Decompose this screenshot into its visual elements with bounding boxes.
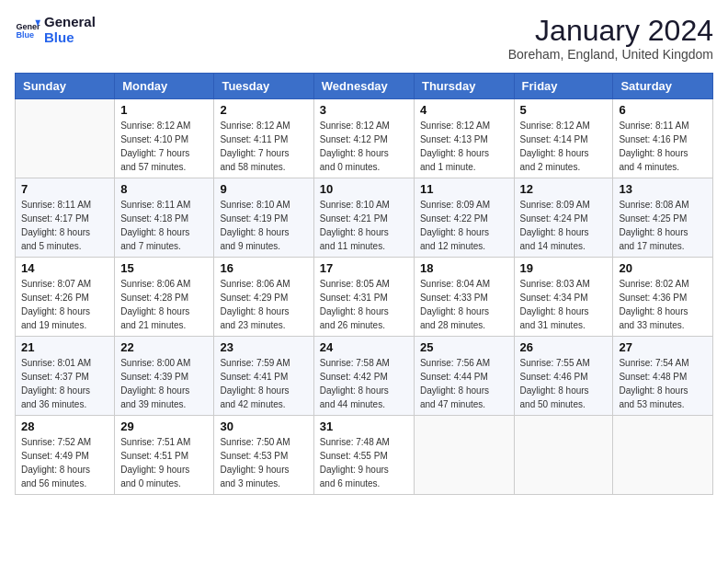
calendar-day-cell xyxy=(414,416,514,495)
day-info: Sunrise: 8:12 AM Sunset: 4:11 PM Dayligh… xyxy=(220,119,307,174)
day-info: Sunrise: 7:51 AM Sunset: 4:51 PM Dayligh… xyxy=(120,435,208,490)
calendar-day-header: Monday xyxy=(115,74,214,99)
day-number: 21 xyxy=(21,340,108,354)
calendar-week-row: 14Sunrise: 8:07 AM Sunset: 4:26 PM Dayli… xyxy=(16,258,713,337)
calendar-day-cell: 27Sunrise: 7:54 AM Sunset: 4:48 PM Dayli… xyxy=(613,337,713,416)
day-info: Sunrise: 8:06 AM Sunset: 4:28 PM Dayligh… xyxy=(120,277,208,332)
day-info: Sunrise: 8:08 AM Sunset: 4:25 PM Dayligh… xyxy=(619,198,707,253)
calendar-day-cell: 24Sunrise: 7:58 AM Sunset: 4:42 PM Dayli… xyxy=(313,337,414,416)
calendar-day-cell: 5Sunrise: 8:12 AM Sunset: 4:14 PM Daylig… xyxy=(514,99,613,178)
calendar-day-cell: 31Sunrise: 7:48 AM Sunset: 4:55 PM Dayli… xyxy=(313,416,414,495)
day-number: 11 xyxy=(420,182,508,196)
calendar-day-cell: 12Sunrise: 8:09 AM Sunset: 4:24 PM Dayli… xyxy=(514,178,613,258)
day-number: 14 xyxy=(21,261,108,275)
day-info: Sunrise: 7:48 AM Sunset: 4:55 PM Dayligh… xyxy=(320,435,408,490)
logo-text-general: General xyxy=(44,15,96,30)
day-number: 6 xyxy=(619,103,707,117)
logo-text-blue: Blue xyxy=(44,30,96,46)
calendar-day-cell: 11Sunrise: 8:09 AM Sunset: 4:22 PM Dayli… xyxy=(414,178,514,258)
day-number: 31 xyxy=(320,419,408,433)
calendar-day-header: Thursday xyxy=(414,74,514,99)
calendar-day-header: Sunday xyxy=(16,74,115,99)
day-number: 24 xyxy=(320,340,408,354)
day-info: Sunrise: 8:09 AM Sunset: 4:22 PM Dayligh… xyxy=(420,198,508,253)
day-number: 26 xyxy=(520,340,608,354)
day-number: 10 xyxy=(320,182,408,196)
day-number: 23 xyxy=(220,340,307,354)
calendar-day-cell: 18Sunrise: 8:04 AM Sunset: 4:33 PM Dayli… xyxy=(414,258,514,337)
location-subtitle: Boreham, England, United Kingdom xyxy=(508,47,713,62)
day-number: 27 xyxy=(619,340,707,354)
day-info: Sunrise: 7:58 AM Sunset: 4:42 PM Dayligh… xyxy=(320,356,408,411)
day-info: Sunrise: 8:12 AM Sunset: 4:13 PM Dayligh… xyxy=(420,119,508,174)
calendar-day-cell: 14Sunrise: 8:07 AM Sunset: 4:26 PM Dayli… xyxy=(16,258,115,337)
svg-text:Blue: Blue xyxy=(16,30,34,40)
day-number: 19 xyxy=(520,261,608,275)
calendar-day-cell: 26Sunrise: 7:55 AM Sunset: 4:46 PM Dayli… xyxy=(514,337,613,416)
day-info: Sunrise: 8:00 AM Sunset: 4:39 PM Dayligh… xyxy=(120,356,208,411)
calendar-day-cell: 22Sunrise: 8:00 AM Sunset: 4:39 PM Dayli… xyxy=(115,337,214,416)
day-number: 9 xyxy=(220,182,307,196)
page-header: General Blue General Blue January 2024 B… xyxy=(15,15,713,62)
day-number: 1 xyxy=(120,103,208,117)
calendar-day-header: Friday xyxy=(514,74,613,99)
day-info: Sunrise: 8:09 AM Sunset: 4:24 PM Dayligh… xyxy=(520,198,608,253)
day-number: 28 xyxy=(21,419,108,433)
day-number: 5 xyxy=(520,103,608,117)
month-year-title: January 2024 xyxy=(508,15,713,47)
calendar-day-cell: 20Sunrise: 8:02 AM Sunset: 4:36 PM Dayli… xyxy=(613,258,713,337)
calendar-day-cell: 10Sunrise: 8:10 AM Sunset: 4:21 PM Dayli… xyxy=(313,178,414,258)
day-number: 16 xyxy=(220,261,307,275)
day-info: Sunrise: 8:12 AM Sunset: 4:14 PM Dayligh… xyxy=(520,119,608,174)
day-info: Sunrise: 8:11 AM Sunset: 4:18 PM Dayligh… xyxy=(120,198,208,253)
day-info: Sunrise: 8:12 AM Sunset: 4:10 PM Dayligh… xyxy=(120,119,208,174)
calendar-day-cell: 7Sunrise: 8:11 AM Sunset: 4:17 PM Daylig… xyxy=(16,178,115,258)
calendar-day-cell xyxy=(514,416,613,495)
day-number: 20 xyxy=(619,261,707,275)
calendar-day-cell: 4Sunrise: 8:12 AM Sunset: 4:13 PM Daylig… xyxy=(414,99,514,178)
day-info: Sunrise: 8:12 AM Sunset: 4:12 PM Dayligh… xyxy=(320,119,408,174)
calendar-day-cell xyxy=(16,99,115,178)
day-info: Sunrise: 8:10 AM Sunset: 4:21 PM Dayligh… xyxy=(320,198,408,253)
calendar-day-cell: 1Sunrise: 8:12 AM Sunset: 4:10 PM Daylig… xyxy=(115,99,214,178)
calendar-day-header: Tuesday xyxy=(214,74,313,99)
calendar-day-cell: 17Sunrise: 8:05 AM Sunset: 4:31 PM Dayli… xyxy=(313,258,414,337)
calendar-day-cell: 13Sunrise: 8:08 AM Sunset: 4:25 PM Dayli… xyxy=(613,178,713,258)
calendar-day-cell xyxy=(613,416,713,495)
day-number: 7 xyxy=(21,182,108,196)
day-info: Sunrise: 8:11 AM Sunset: 4:17 PM Dayligh… xyxy=(21,198,108,253)
day-number: 13 xyxy=(619,182,707,196)
day-number: 2 xyxy=(220,103,307,117)
day-info: Sunrise: 8:03 AM Sunset: 4:34 PM Dayligh… xyxy=(520,277,608,332)
day-info: Sunrise: 8:04 AM Sunset: 4:33 PM Dayligh… xyxy=(420,277,508,332)
day-info: Sunrise: 7:56 AM Sunset: 4:44 PM Dayligh… xyxy=(420,356,508,411)
day-number: 18 xyxy=(420,261,508,275)
day-info: Sunrise: 8:05 AM Sunset: 4:31 PM Dayligh… xyxy=(320,277,408,332)
calendar-day-cell: 2Sunrise: 8:12 AM Sunset: 4:11 PM Daylig… xyxy=(214,99,313,178)
calendar-day-cell: 29Sunrise: 7:51 AM Sunset: 4:51 PM Dayli… xyxy=(115,416,214,495)
calendar-day-cell: 25Sunrise: 7:56 AM Sunset: 4:44 PM Dayli… xyxy=(414,337,514,416)
day-info: Sunrise: 8:06 AM Sunset: 4:29 PM Dayligh… xyxy=(220,277,307,332)
calendar-day-cell: 15Sunrise: 8:06 AM Sunset: 4:28 PM Dayli… xyxy=(115,258,214,337)
title-section: January 2024 Boreham, England, United Ki… xyxy=(508,15,713,62)
day-info: Sunrise: 8:07 AM Sunset: 4:26 PM Dayligh… xyxy=(21,277,108,332)
calendar-day-cell: 8Sunrise: 8:11 AM Sunset: 4:18 PM Daylig… xyxy=(115,178,214,258)
logo: General Blue General Blue xyxy=(15,15,96,45)
calendar-day-cell: 16Sunrise: 8:06 AM Sunset: 4:29 PM Dayli… xyxy=(214,258,313,337)
calendar-day-cell: 3Sunrise: 8:12 AM Sunset: 4:12 PM Daylig… xyxy=(313,99,414,178)
calendar-day-header: Saturday xyxy=(613,74,713,99)
day-info: Sunrise: 8:01 AM Sunset: 4:37 PM Dayligh… xyxy=(21,356,108,411)
calendar-day-header: Wednesday xyxy=(313,74,414,99)
day-info: Sunrise: 7:52 AM Sunset: 4:49 PM Dayligh… xyxy=(21,435,108,490)
calendar-day-cell: 28Sunrise: 7:52 AM Sunset: 4:49 PM Dayli… xyxy=(16,416,115,495)
day-info: Sunrise: 7:54 AM Sunset: 4:48 PM Dayligh… xyxy=(619,356,707,411)
calendar-week-row: 1Sunrise: 8:12 AM Sunset: 4:10 PM Daylig… xyxy=(16,99,713,178)
day-info: Sunrise: 7:55 AM Sunset: 4:46 PM Dayligh… xyxy=(520,356,608,411)
calendar-day-cell: 23Sunrise: 7:59 AM Sunset: 4:41 PM Dayli… xyxy=(214,337,313,416)
day-number: 4 xyxy=(420,103,508,117)
day-number: 12 xyxy=(520,182,608,196)
calendar-header-row: SundayMondayTuesdayWednesdayThursdayFrid… xyxy=(16,74,713,99)
calendar-day-cell: 19Sunrise: 8:03 AM Sunset: 4:34 PM Dayli… xyxy=(514,258,613,337)
day-number: 29 xyxy=(120,419,208,433)
day-number: 17 xyxy=(320,261,408,275)
